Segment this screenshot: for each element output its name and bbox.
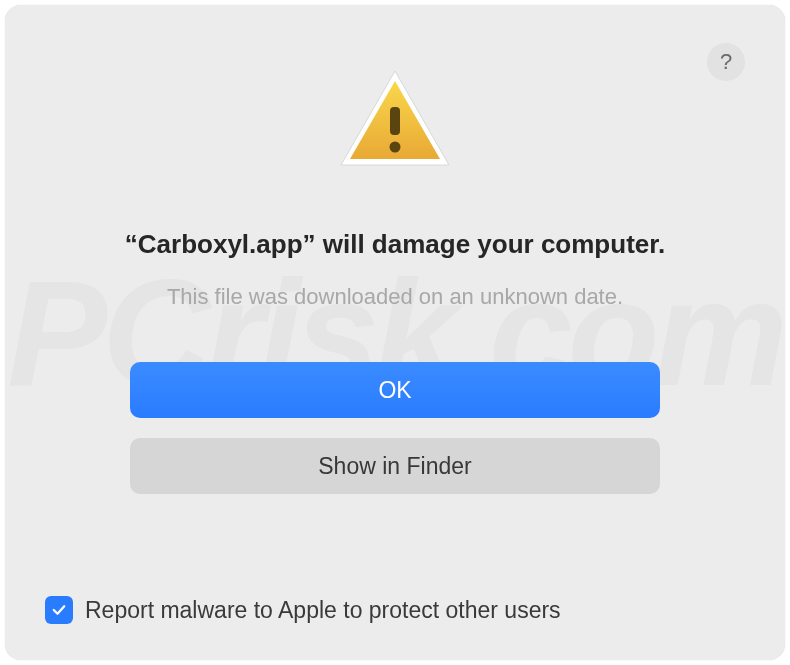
report-checkbox[interactable] <box>45 596 73 624</box>
show-in-finder-button[interactable]: Show in Finder <box>130 438 660 494</box>
dialog-content: “Carboxyl.app” will damage your computer… <box>5 55 785 494</box>
ok-button[interactable]: OK <box>130 362 660 418</box>
checkmark-icon <box>50 601 68 619</box>
svg-point-1 <box>390 142 401 153</box>
report-checkbox-row: Report malware to Apple to protect other… <box>45 596 561 624</box>
svg-rect-0 <box>390 107 400 135</box>
dialog-title: “Carboxyl.app” will damage your computer… <box>85 229 705 260</box>
dialog-subtitle: This file was downloaded on an unknown d… <box>127 284 663 310</box>
button-container: OK Show in Finder <box>130 362 660 494</box>
report-checkbox-label: Report malware to Apple to protect other… <box>85 597 561 624</box>
alert-dialog: PCrisk.com ? “Carboxyl.app” will damage … <box>5 5 785 660</box>
warning-icon <box>335 65 455 179</box>
